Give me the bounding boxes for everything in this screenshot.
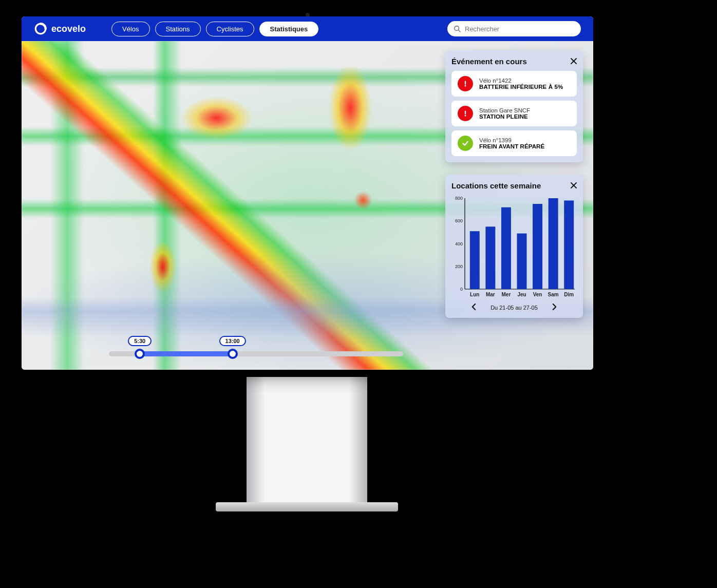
logo[interactable]: ecovelo [34,22,86,35]
time-range-slider: 5:30 13:00 [109,351,403,356]
event-card[interactable]: Vélo n°1399 FREIN AVANT RÉPARÉ [451,130,577,156]
event-line1: Vélo n°1399 [479,137,544,143]
monitor-frame: ecovelo Vélos Stations Cyclistes Statist… [14,9,600,377]
slider-fill [140,351,233,356]
svg-text:600: 600 [455,218,463,223]
slider-handle-end[interactable] [228,349,238,359]
tab-cyclistes[interactable]: Cyclistes [206,22,254,36]
event-card[interactable]: Station Gare SNCF STATION PLEINE [451,101,577,126]
svg-text:Sam: Sam [548,292,559,297]
locations-bar-chart: 0200400600800LunMarMerJeuVenSamDim [451,195,577,300]
chart-bar [533,204,542,289]
events-panel-title: Événement en cours [451,57,527,66]
event-line2: BATTERIE INFÉRIEURE À 5% [479,84,563,90]
svg-text:400: 400 [455,241,463,246]
search-box[interactable] [447,21,581,36]
chart-bar [517,234,527,289]
chart-bar [485,226,495,289]
svg-text:Mar: Mar [486,292,495,297]
svg-text:Mer: Mer [502,292,511,297]
event-text: Vélo n°1422 BATTERIE INFÉRIEURE À 5% [479,78,563,90]
search-input[interactable] [465,25,575,33]
svg-text:Dim: Dim [564,292,574,297]
search-icon [454,25,461,32]
svg-point-9 [465,115,466,117]
chart-bar [501,207,511,289]
nav-tabs: Vélos Stations Cyclistes Statistiques [111,22,318,36]
chart-date-range: Du 21-05 au 27-05 [490,305,538,311]
svg-point-7 [465,85,466,87]
slider-track[interactable] [109,351,403,356]
tab-stations[interactable]: Stations [155,22,201,36]
event-line2: FREIN AVANT RÉPARÉ [479,143,544,149]
svg-text:Jeu: Jeu [517,292,526,297]
svg-text:Ven: Ven [533,292,542,297]
svg-line-2 [459,30,461,32]
chart-bar [549,198,558,289]
svg-text:0: 0 [460,287,463,292]
alert-icon [458,76,473,91]
chart-panel: Locations cette semaine 0200400600800Lun… [445,175,583,318]
chart-bar [470,231,480,289]
logo-icon [34,22,47,35]
event-card[interactable]: Vélo n°1422 BATTERIE INFÉRIEURE À 5% [451,71,577,97]
top-nav-bar: ecovelo Vélos Stations Cyclistes Statist… [22,16,593,41]
chart-date-nav: Du 21-05 au 27-05 [451,304,577,312]
slider-end-label: 13:00 [219,336,246,346]
events-panel: Événement en cours Vélo n°1422 BATTERIE … [445,50,583,162]
event-text: Station Gare SNCF STATION PLEINE [479,107,530,120]
monitor-stand [247,375,367,508]
events-panel-close[interactable] [571,56,577,66]
slider-start-label: 5:30 [128,336,152,346]
logo-text: ecovelo [51,24,86,34]
svg-text:Lun: Lun [470,292,479,297]
chart-bar [564,200,574,289]
event-text: Vélo n°1399 FREIN AVANT RÉPARÉ [479,137,544,149]
svg-text:200: 200 [455,264,463,269]
slider-handle-start[interactable] [135,349,145,359]
chart-prev-button[interactable] [471,304,476,312]
alert-icon [458,106,473,121]
event-line2: STATION PLEINE [479,113,530,120]
check-icon [458,136,473,151]
event-line1: Vélo n°1422 [479,78,563,84]
svg-text:800: 800 [455,196,463,201]
chart-next-button[interactable] [552,304,557,312]
screen: ecovelo Vélos Stations Cyclistes Statist… [22,16,593,370]
event-line1: Station Gare SNCF [479,107,530,113]
tab-statistiques[interactable]: Statistiques [259,22,319,36]
chart-panel-close[interactable] [571,181,577,190]
chart-svg: 0200400600800LunMarMerJeuVenSamDim [451,195,577,300]
tab-velos[interactable]: Vélos [111,22,150,36]
chart-panel-title: Locations cette semaine [451,181,541,190]
